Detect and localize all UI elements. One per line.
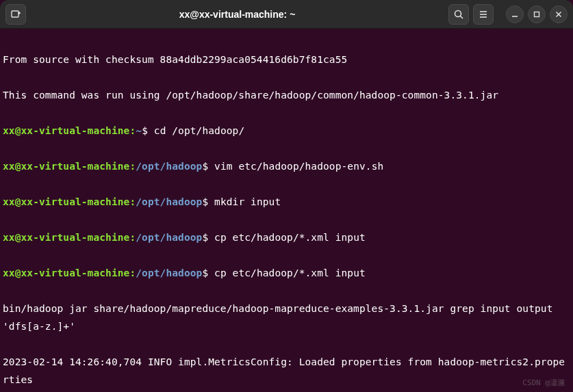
- command-text: cp etc/hadoop/*.xml input: [214, 232, 366, 243]
- output-line: bin/hadoop jar share/hadoop/mapreduce/ha…: [3, 300, 570, 335]
- output-line: This command was run using /opt/hadoop/s…: [3, 86, 570, 104]
- prompt-user: xx@xx-virtual-machine: [3, 196, 129, 207]
- prompt-user: xx@xx-virtual-machine: [3, 267, 129, 278]
- window-title: xx@xx-virtual-machine: ~: [30, 9, 444, 20]
- prompt-line: xx@xx-virtual-machine:/opt/hadoop$ vim e…: [3, 157, 570, 175]
- command-text: cd /opt/hadoop/: [154, 125, 244, 136]
- prompt-path: /opt/hadoop: [136, 161, 202, 172]
- window-titlebar: xx@xx-virtual-machine: ~: [0, 0, 573, 29]
- hamburger-menu-button[interactable]: [473, 4, 494, 25]
- minimize-icon: [511, 10, 519, 18]
- prompt-path: ~: [136, 125, 142, 136]
- prompt-path: /opt/hadoop: [136, 267, 202, 278]
- prompt-user: xx@xx-virtual-machine: [3, 125, 129, 136]
- search-icon: [453, 9, 464, 20]
- close-button[interactable]: [550, 5, 568, 23]
- prompt-path: /opt/hadoop: [136, 196, 202, 207]
- prompt-user: xx@xx-virtual-machine: [3, 232, 129, 243]
- prompt-line: xx@xx-virtual-machine:/opt/hadoop$ cp et…: [3, 264, 570, 282]
- prompt-line: xx@xx-virtual-machine:/opt/hadoop$ mkdir…: [3, 193, 570, 211]
- output-line: From source with checksum 88a4ddb2299aca…: [3, 51, 570, 68]
- maximize-button[interactable]: [528, 5, 546, 23]
- prompt-line: xx@xx-virtual-machine:~$ cd /opt/hadoop/: [3, 122, 570, 140]
- svg-point-3: [455, 10, 461, 16]
- command-text: mkdir input: [214, 196, 281, 207]
- svg-rect-9: [535, 12, 539, 16]
- search-button[interactable]: [448, 4, 469, 25]
- output-line: 2023-02-14 14:26:40,704 INFO impl.Metric…: [3, 353, 570, 389]
- minimize-button[interactable]: [506, 5, 524, 23]
- svg-line-4: [461, 16, 463, 18]
- prompt-path: /opt/hadoop: [136, 232, 202, 243]
- svg-rect-0: [12, 11, 18, 17]
- terminal-output[interactable]: From source with checksum 88a4ddb2299aca…: [0, 29, 573, 392]
- close-icon: [555, 10, 563, 18]
- new-tab-button[interactable]: [5, 4, 26, 25]
- prompt-user: xx@xx-virtual-machine: [3, 161, 129, 172]
- new-tab-icon: [10, 9, 21, 20]
- command-text: vim etc/hadoop/hadoop-env.sh: [214, 161, 383, 172]
- maximize-icon: [533, 10, 541, 18]
- command-text: cp etc/hadoop/*.xml input: [214, 267, 366, 278]
- hamburger-icon: [478, 9, 489, 20]
- prompt-line: xx@xx-virtual-machine:/opt/hadoop$ cp et…: [3, 228, 570, 246]
